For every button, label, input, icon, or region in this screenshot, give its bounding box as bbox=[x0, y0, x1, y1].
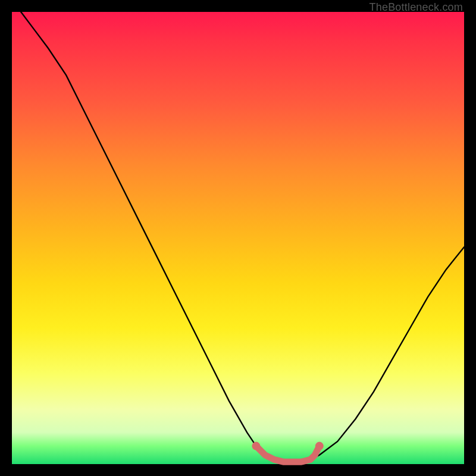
optimal-range-marker bbox=[256, 446, 319, 462]
curve-svg bbox=[12, 12, 464, 464]
marker-end-dot bbox=[252, 442, 260, 450]
chart-frame: TheBottleneck.com bbox=[0, 0, 476, 476]
bottleneck-curve bbox=[21, 12, 464, 462]
marker-end-dot bbox=[315, 442, 324, 450]
plot-area bbox=[12, 12, 464, 464]
